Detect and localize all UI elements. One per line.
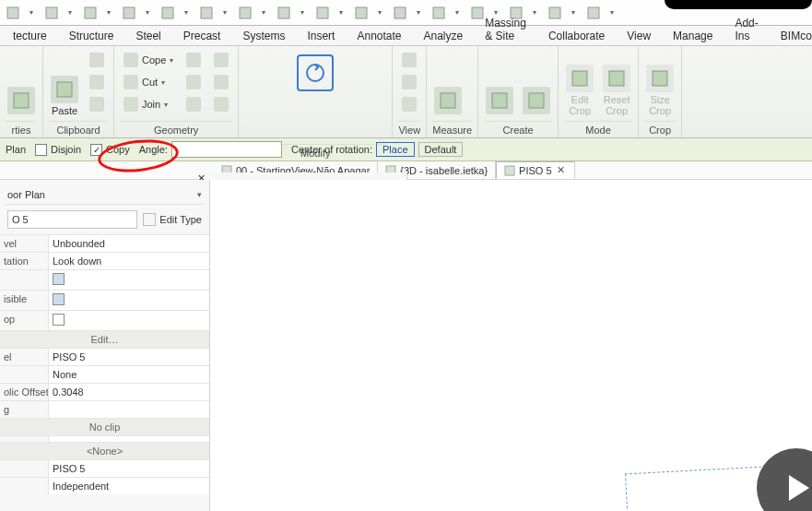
tab-massing-site[interactable]: Massing & Site [476, 14, 535, 45]
tab-insert[interactable]: Insert [298, 27, 344, 45]
property-value[interactable]: Unbounded [48, 235, 209, 252]
property-value[interactable] [48, 270, 209, 290]
property-button[interactable]: <None> [0, 443, 209, 459]
trim-button[interactable] [364, 74, 386, 96]
qat-dd-icon[interactable]: ▾ [146, 8, 151, 17]
unpin-button[interactable] [316, 98, 338, 120]
group-button[interactable] [340, 98, 362, 120]
g6-button[interactable] [210, 94, 232, 114]
v3-button[interactable] [398, 94, 420, 114]
copy-button[interactable] [268, 50, 290, 72]
scale-button[interactable] [244, 74, 266, 96]
qat-dd-icon[interactable]: ▾ [300, 8, 306, 17]
qat-dd-icon[interactable]: ▾ [107, 8, 112, 17]
property-button[interactable]: No clip [0, 419, 209, 435]
tab-annotate[interactable]: Annotate [347, 27, 410, 45]
qat-dd-icon[interactable]: ▾ [610, 8, 616, 17]
paste-button[interactable]: Paste [49, 50, 80, 118]
property-value[interactable]: 0.3048 [48, 384, 209, 400]
property-value[interactable] [48, 311, 209, 330]
pin2-button[interactable] [292, 98, 314, 120]
offset-button[interactable] [340, 74, 362, 96]
props-button[interactable] [6, 50, 37, 118]
property-value[interactable]: None [48, 366, 209, 383]
pin-icon[interactable] [275, 4, 293, 22]
property-checkbox[interactable] [53, 273, 65, 285]
tab-view[interactable]: View [618, 27, 660, 45]
tab-systems[interactable]: Systems [233, 27, 294, 45]
array-button[interactable] [364, 50, 386, 72]
qat-dd-icon[interactable]: ▾ [184, 8, 190, 17]
v1-button[interactable] [398, 50, 420, 70]
copy-button[interactable] [86, 72, 108, 92]
qat-dd-icon[interactable]: ▾ [455, 8, 461, 17]
measure-icon[interactable] [236, 4, 254, 22]
property-checkbox[interactable] [53, 314, 65, 326]
tab-tecture[interactable]: tecture [4, 27, 56, 45]
qat-dd-icon[interactable]: ▾ [378, 8, 383, 17]
align-button[interactable] [268, 74, 290, 96]
redo-icon[interactable] [159, 4, 177, 22]
mirror-button[interactable] [340, 50, 362, 72]
qat-dd-icon[interactable]: ▾ [339, 8, 345, 17]
undo-icon[interactable] [120, 4, 138, 22]
property-button[interactable]: Edit… [0, 331, 209, 348]
angle-input[interactable] [171, 141, 282, 158]
fillet-button[interactable] [292, 122, 314, 144]
tab-analyze[interactable]: Analyze [415, 27, 473, 45]
print-icon[interactable] [197, 4, 216, 22]
g5-button[interactable] [210, 72, 232, 92]
close-icon[interactable]: ✕ [556, 164, 567, 176]
property-value[interactable] [48, 401, 209, 418]
property-value[interactable] [48, 291, 209, 310]
edit-type-button[interactable]: Edit Type [143, 213, 202, 226]
cut-button[interactable] [86, 50, 108, 70]
place-button[interactable]: Place [376, 142, 415, 157]
tab-bimcollab[interactable]: BIMcollab [771, 27, 812, 45]
measure-button[interactable] [432, 50, 464, 118]
qat-dd-icon[interactable]: ▾ [68, 8, 74, 17]
property-checkbox[interactable] [53, 293, 65, 305]
c1-button[interactable] [484, 50, 515, 118]
disjoin-checkbox[interactable] [35, 144, 47, 156]
default-button[interactable]: Default [418, 142, 464, 157]
category-dropdown-icon[interactable]: ▾ [197, 190, 202, 199]
switch-icon[interactable] [546, 4, 564, 22]
match-button[interactable] [86, 94, 108, 114]
split-button[interactable] [268, 98, 290, 120]
cut-button[interactable]: Cut ▾ [120, 72, 177, 92]
section-icon[interactable] [430, 4, 448, 22]
save-icon[interactable] [81, 4, 100, 22]
3d-icon[interactable] [391, 4, 409, 22]
tab-precast[interactable]: Precast [174, 27, 230, 45]
tab-steel[interactable]: Steel [126, 27, 170, 45]
extend-button[interactable] [244, 98, 266, 120]
cope-button[interactable]: Cope ▾ [120, 50, 177, 70]
tab-structure[interactable]: Structure [60, 27, 124, 45]
align-icon[interactable] [313, 4, 332, 22]
type-selector[interactable]: O 5 [7, 210, 137, 229]
property-value[interactable] [48, 436, 209, 442]
qat-dd-icon[interactable]: ▾ [262, 8, 267, 17]
tab-collaborate[interactable]: Collaborate [539, 27, 614, 45]
c2-button[interactable] [521, 50, 552, 118]
move-button[interactable] [244, 50, 266, 72]
v2-button[interactable] [398, 72, 420, 92]
rotate-big-button[interactable] [292, 50, 338, 96]
g3-button[interactable] [182, 94, 205, 114]
dd-icon[interactable] [584, 4, 603, 22]
copy-checkbox[interactable] [90, 144, 102, 156]
property-value[interactable]: Independent [48, 478, 209, 494]
qat-dd-icon[interactable]: ▾ [417, 8, 422, 17]
qat-dd-icon[interactable]: ▾ [223, 8, 229, 17]
property-value[interactable]: PISO 5 [48, 460, 209, 477]
g2-button[interactable] [182, 72, 205, 92]
join-button[interactable]: Join ▾ [120, 94, 177, 114]
property-value[interactable]: PISO 5 [48, 349, 209, 365]
qat-dd-icon[interactable]: ▾ [29, 8, 35, 17]
property-value[interactable]: Look down [48, 253, 209, 269]
tab-add-ins[interactable]: Add-Ins [725, 14, 767, 45]
home-icon[interactable] [4, 4, 22, 22]
delete-button[interactable] [364, 98, 386, 120]
open-icon[interactable] [42, 4, 61, 22]
